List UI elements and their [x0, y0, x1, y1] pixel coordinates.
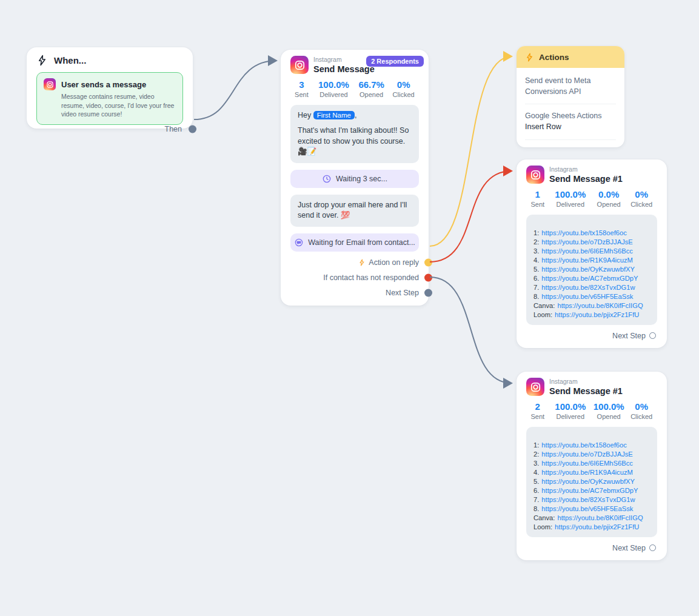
- clock-icon: [322, 174, 332, 184]
- link-label: Canva:: [533, 514, 555, 521]
- stat-value: 100.0%: [549, 189, 592, 199]
- link-url[interactable]: https://youtu.be/v65HF5EaSsk: [541, 505, 633, 512]
- link-url[interactable]: https://youtu.be/6I6EMhS6Bcc: [541, 460, 633, 467]
- stat-label: Clicked: [626, 413, 657, 420]
- next-step-label: Next Step: [612, 544, 646, 552]
- stat-value: 100.0%: [592, 401, 626, 412]
- wire-then-to-send: [194, 61, 276, 119]
- next-step-connector-circle[interactable]: [649, 544, 656, 551]
- channel-label: Instagram: [549, 378, 623, 386]
- stat: 1 Sent: [526, 189, 549, 208]
- link-row: 8.https://youtu.be/v65HF5EaSsk: [533, 292, 650, 301]
- lightning-bolt-icon: [358, 259, 366, 266]
- wait-for-email-step[interactable]: Waiting for Email from contact...: [290, 233, 419, 252]
- link-url[interactable]: https://youtu.be/v65HF5EaSsk: [541, 293, 633, 300]
- action-on-reply-row: Action on reply: [290, 255, 419, 270]
- link-row: Canva:https://youtu.be/8K0ifFcIIGQ: [533, 514, 650, 523]
- link-row: 4.https://youtu.be/R1K9A4icuzM: [533, 256, 650, 265]
- no-response-row: If contact has not responded: [290, 270, 419, 286]
- link-row: 5.https://youtu.be/OyKzwuwbfXY: [533, 477, 650, 486]
- link-row: 4.https://youtu.be/R1K9A4icuzM: [533, 468, 650, 477]
- link-url[interactable]: https://youtu.be/o7DzBJJAJsE: [541, 450, 633, 458]
- stat: 2 Sent: [526, 401, 549, 420]
- reply-connector-dot[interactable]: [424, 259, 432, 267]
- send-message-node-card[interactable]: Instagram Send Message 2 Respondents 3 S…: [281, 50, 429, 306]
- stat-label: Delivered: [549, 413, 592, 420]
- stat: 100.0% Opened: [592, 401, 626, 420]
- stat-label: Sent: [526, 413, 549, 420]
- link-url[interactable]: https://youtu.be/pjix2Fz1FfU: [555, 311, 639, 318]
- chat-bubble-icon: [294, 238, 304, 247]
- link-row: 2:https://youtu.be/o7DzBJJAJsE: [533, 238, 650, 247]
- link-row: 5.https://youtu.be/OyKzwuwbfXY: [533, 265, 650, 274]
- link-url[interactable]: https://youtu.be/tx158oef6oc: [541, 441, 627, 449]
- stat: 100.0% Delivered: [549, 189, 592, 208]
- link-url[interactable]: https://youtu.be/8K0ifFcIIGQ: [557, 302, 643, 309]
- link-label: 3.: [533, 460, 539, 467]
- link-label: 6.: [533, 487, 539, 494]
- link-url[interactable]: https://youtu.be/pjix2Fz1FfU: [555, 523, 639, 531]
- next-step-label: Next Step: [612, 332, 646, 340]
- action-item[interactable]: Google Sheets Actions Insert Row: [525, 104, 616, 139]
- stat: 3 Sent: [290, 79, 313, 98]
- stat: 100.0% Delivered: [313, 79, 355, 98]
- link-url[interactable]: https://youtu.be/o7DzBJJAJsE: [541, 238, 633, 246]
- link-label: Loom:: [533, 311, 552, 318]
- link-url[interactable]: https://youtu.be/OyKzwuwbfXY: [541, 266, 635, 273]
- link-url[interactable]: https://youtu.be/OyKzwuwbfXY: [541, 478, 635, 485]
- node-title: Send Message: [313, 64, 375, 75]
- link-label: 8.: [533, 505, 539, 512]
- then-connector-dot[interactable]: [189, 126, 196, 133]
- stat-value: 0%: [626, 189, 657, 199]
- message-bubble[interactable]: Hey First Name, That's what I'm talking …: [290, 105, 419, 163]
- link-row: 1:https://youtu.be/tx158oef6oc: [533, 441, 650, 450]
- wait-label: Waiting for Email from contact...: [308, 238, 415, 247]
- link-label: 4.: [533, 256, 539, 264]
- stat-value: 0.0%: [592, 189, 626, 199]
- stat-value: 66.7%: [355, 79, 388, 90]
- action-item[interactable]: Send event to Meta Conversions API: [525, 69, 616, 104]
- link-row: 3.https://youtu.be/6I6EMhS6Bcc: [533, 459, 650, 468]
- link-url[interactable]: https://youtu.be/82XsTvxDG1w: [541, 284, 635, 291]
- trigger-node-card[interactable]: When... User sends a message Message con…: [27, 47, 193, 129]
- send-message-1-node-card[interactable]: Instagram Send Message #1 1 Sent 100.0% …: [517, 159, 667, 348]
- link-url[interactable]: https://youtu.be/AC7ebmxGDpY: [541, 487, 638, 494]
- message-bubble[interactable]: 1:https://youtu.be/tx158oef6oc 2:https:/…: [526, 427, 657, 537]
- message-bubble[interactable]: Just drop your email here and I'll send …: [290, 195, 419, 227]
- next-step-connector-dot[interactable]: [424, 289, 432, 297]
- stat-value: 0%: [388, 79, 419, 90]
- link-row: 2:https://youtu.be/o7DzBJJAJsE: [533, 450, 650, 459]
- link-row: Loom:https://youtu.be/pjix2Fz1FfU: [533, 310, 650, 320]
- stat-label: Opened: [592, 201, 626, 208]
- first-name-variable-pill[interactable]: First Name: [313, 111, 355, 119]
- link-url[interactable]: https://youtu.be/82XsTvxDG1w: [541, 496, 635, 503]
- stat: 0.0% Opened: [592, 189, 626, 208]
- link-url[interactable]: https://youtu.be/R1K9A4icuzM: [541, 256, 633, 264]
- flow-canvas[interactable]: When... User sends a message Message con…: [0, 0, 699, 616]
- trigger-card-header: When...: [36, 55, 183, 66]
- stat: 66.7% Opened: [355, 79, 388, 98]
- node-title: Send Message #1: [549, 386, 623, 397]
- stat-value: 0%: [626, 401, 657, 412]
- trigger-condition-box[interactable]: User sends a message Message contains re…: [36, 72, 183, 125]
- stat: 100.0% Delivered: [549, 401, 592, 420]
- next-step-connector-circle[interactable]: [649, 332, 656, 339]
- link-url[interactable]: https://youtu.be/AC7ebmxGDpY: [541, 275, 638, 282]
- wait-step[interactable]: Waiting 3 sec...: [290, 170, 419, 188]
- actions-title: Actions: [539, 53, 569, 62]
- send-message-1b-node-card[interactable]: Instagram Send Message #1 2 Sent 100.0% …: [517, 372, 667, 560]
- link-url[interactable]: https://youtu.be/tx158oef6oc: [541, 229, 627, 236]
- stat-value: 3: [290, 79, 313, 90]
- actions-node-card[interactable]: Actions Send event to Meta Conversions A…: [517, 46, 624, 147]
- trigger-title: User sends a message: [61, 80, 146, 89]
- link-label: 6.: [533, 275, 539, 282]
- no-response-connector-dot[interactable]: [424, 274, 432, 282]
- stat: 0% Clicked: [626, 401, 657, 420]
- next-step-row: Next Step: [526, 329, 657, 343]
- link-label: 5.: [533, 478, 539, 485]
- message-bubble[interactable]: 1:https://youtu.be/tx158oef6oc 2:https:/…: [526, 215, 657, 325]
- link-url[interactable]: https://youtu.be/6I6EMhS6Bcc: [541, 247, 633, 255]
- link-url[interactable]: https://youtu.be/R1K9A4icuzM: [541, 469, 633, 476]
- wire-noresponse-to-msg1: [430, 171, 512, 262]
- link-url[interactable]: https://youtu.be/8K0ifFcIIGQ: [557, 514, 643, 521]
